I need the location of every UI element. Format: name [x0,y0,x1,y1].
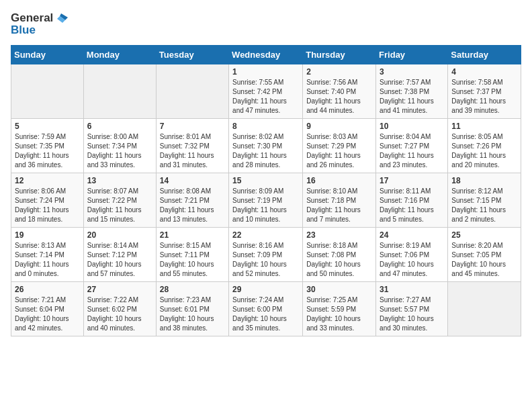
day-info: Sunrise: 7:25 AM Sunset: 5:59 PM Dayligh… [306,295,372,333]
day-info: Sunrise: 8:09 AM Sunset: 7:19 PM Dayligh… [232,187,299,224]
day-info: Sunrise: 8:19 AM Sunset: 7:06 PM Dayligh… [380,241,444,279]
day-info: Sunrise: 8:08 AM Sunset: 7:21 PM Dayligh… [160,187,225,224]
calendar-cell [11,64,84,118]
day-info: Sunrise: 8:13 AM Sunset: 7:14 PM Dayligh… [15,241,80,279]
calendar-cell: 17Sunrise: 8:11 AM Sunset: 7:16 PM Dayli… [376,173,448,227]
day-number: 9 [306,122,372,131]
calendar-cell: 4Sunrise: 7:58 AM Sunset: 7:37 PM Daylig… [448,64,521,118]
weekday-header-thursday: Thursday [303,45,376,64]
calendar-cell: 23Sunrise: 8:18 AM Sunset: 7:08 PM Dayli… [303,227,376,281]
weekday-header-monday: Monday [83,45,156,64]
calendar-cell: 16Sunrise: 8:10 AM Sunset: 7:18 PM Dayli… [303,173,376,227]
day-number: 14 [160,176,225,185]
calendar-cell: 27Sunrise: 7:22 AM Sunset: 6:02 PM Dayli… [83,281,156,336]
calendar-week-row: 12Sunrise: 8:06 AM Sunset: 7:24 PM Dayli… [11,173,521,227]
calendar-cell: 31Sunrise: 7:27 AM Sunset: 5:57 PM Dayli… [376,281,448,336]
weekday-header-friday: Friday [376,45,448,64]
day-number: 3 [380,67,444,77]
day-number: 21 [160,230,225,240]
day-number: 30 [306,285,372,294]
day-info: Sunrise: 8:06 AM Sunset: 7:24 PM Dayligh… [15,187,80,224]
calendar-cell [448,281,521,336]
day-number: 5 [15,122,80,131]
calendar-cell: 25Sunrise: 8:20 AM Sunset: 7:05 PM Dayli… [448,227,521,281]
calendar-cell: 10Sunrise: 8:04 AM Sunset: 7:27 PM Dayli… [376,118,448,173]
day-info: Sunrise: 7:24 AM Sunset: 6:00 PM Dayligh… [232,295,299,333]
calendar-cell: 26Sunrise: 7:21 AM Sunset: 6:04 PM Dayli… [11,281,84,336]
day-info: Sunrise: 8:18 AM Sunset: 7:08 PM Dayligh… [306,241,372,279]
day-number: 16 [306,176,372,185]
calendar-cell: 14Sunrise: 8:08 AM Sunset: 7:21 PM Dayli… [156,173,228,227]
weekday-header-saturday: Saturday [448,45,521,64]
calendar-cell: 18Sunrise: 8:12 AM Sunset: 7:15 PM Dayli… [448,173,521,227]
calendar-cell: 8Sunrise: 8:02 AM Sunset: 7:30 PM Daylig… [229,118,303,173]
calendar-cell: 15Sunrise: 8:09 AM Sunset: 7:19 PM Dayli… [229,173,303,227]
calendar-week-row: 5Sunrise: 7:59 AM Sunset: 7:35 PM Daylig… [11,118,521,173]
day-number: 11 [451,122,517,131]
day-info: Sunrise: 8:11 AM Sunset: 7:16 PM Dayligh… [380,187,444,224]
day-number: 20 [87,230,152,240]
calendar-cell: 22Sunrise: 8:16 AM Sunset: 7:09 PM Dayli… [229,227,303,281]
day-info: Sunrise: 7:59 AM Sunset: 7:35 PM Dayligh… [15,132,80,170]
day-info: Sunrise: 8:01 AM Sunset: 7:32 PM Dayligh… [160,132,225,170]
day-info: Sunrise: 8:02 AM Sunset: 7:30 PM Dayligh… [232,132,299,170]
day-number: 18 [451,176,517,185]
day-info: Sunrise: 8:14 AM Sunset: 7:12 PM Dayligh… [87,241,152,279]
calendar-cell [156,64,228,118]
day-info: Sunrise: 7:22 AM Sunset: 6:02 PM Dayligh… [87,295,152,333]
weekday-header-sunday: Sunday [11,45,84,64]
calendar-cell: 30Sunrise: 7:25 AM Sunset: 5:59 PM Dayli… [303,281,376,336]
day-number: 17 [380,176,444,185]
day-info: Sunrise: 8:10 AM Sunset: 7:18 PM Dayligh… [306,187,372,224]
logo-text-blue: Blue [11,24,36,37]
day-info: Sunrise: 8:05 AM Sunset: 7:26 PM Dayligh… [451,132,517,170]
calendar-week-row: 19Sunrise: 8:13 AM Sunset: 7:14 PM Dayli… [11,227,521,281]
weekday-header-tuesday: Tuesday [156,45,228,64]
calendar-cell: 9Sunrise: 8:03 AM Sunset: 7:29 PM Daylig… [303,118,376,173]
calendar-cell: 20Sunrise: 8:14 AM Sunset: 7:12 PM Dayli… [83,227,156,281]
day-info: Sunrise: 8:04 AM Sunset: 7:27 PM Dayligh… [380,132,444,170]
day-number: 12 [15,176,80,185]
calendar-cell: 6Sunrise: 8:00 AM Sunset: 7:34 PM Daylig… [83,118,156,173]
day-number: 7 [160,122,225,131]
day-info: Sunrise: 8:12 AM Sunset: 7:15 PM Dayligh… [451,187,517,224]
day-number: 31 [380,285,444,294]
calendar-cell: 5Sunrise: 7:59 AM Sunset: 7:35 PM Daylig… [11,118,84,173]
day-number: 22 [232,230,299,240]
calendar-cell: 7Sunrise: 8:01 AM Sunset: 7:32 PM Daylig… [156,118,228,173]
day-number: 6 [87,122,152,131]
calendar-cell: 19Sunrise: 8:13 AM Sunset: 7:14 PM Dayli… [11,227,84,281]
calendar-cell: 24Sunrise: 8:19 AM Sunset: 7:06 PM Dayli… [376,227,448,281]
day-info: Sunrise: 7:55 AM Sunset: 7:42 PM Dayligh… [232,78,299,116]
day-number: 13 [87,176,152,185]
day-info: Sunrise: 8:07 AM Sunset: 7:22 PM Dayligh… [87,187,152,224]
day-info: Sunrise: 7:27 AM Sunset: 5:57 PM Dayligh… [380,295,444,333]
calendar-cell: 11Sunrise: 8:05 AM Sunset: 7:26 PM Dayli… [448,118,521,173]
day-number: 25 [451,230,517,240]
calendar-week-row: 1Sunrise: 7:55 AM Sunset: 7:42 PM Daylig… [11,64,521,118]
day-info: Sunrise: 7:23 AM Sunset: 6:01 PM Dayligh… [160,295,225,333]
calendar-week-row: 26Sunrise: 7:21 AM Sunset: 6:04 PM Dayli… [11,281,521,336]
logo-container: General Blue [11,11,69,37]
logo-bird-icon [54,11,69,26]
day-number: 10 [380,122,444,131]
day-number: 27 [87,285,152,294]
day-number: 15 [232,176,299,185]
page-header: General Blue [11,11,521,37]
calendar-cell: 28Sunrise: 7:23 AM Sunset: 6:01 PM Dayli… [156,281,228,336]
day-number: 4 [451,67,517,77]
day-info: Sunrise: 8:00 AM Sunset: 7:34 PM Dayligh… [87,132,152,170]
calendar-cell: 29Sunrise: 7:24 AM Sunset: 6:00 PM Dayli… [229,281,303,336]
day-number: 26 [15,285,80,294]
calendar-cell: 13Sunrise: 8:07 AM Sunset: 7:22 PM Dayli… [83,173,156,227]
calendar-cell: 1Sunrise: 7:55 AM Sunset: 7:42 PM Daylig… [229,64,303,118]
calendar-cell: 21Sunrise: 8:15 AM Sunset: 7:11 PM Dayli… [156,227,228,281]
day-number: 23 [306,230,372,240]
calendar-cell: 2Sunrise: 7:56 AM Sunset: 7:40 PM Daylig… [303,64,376,118]
day-info: Sunrise: 8:15 AM Sunset: 7:11 PM Dayligh… [160,241,225,279]
logo-text-general: General [11,12,53,25]
calendar-cell [83,64,156,118]
calendar-cell: 12Sunrise: 8:06 AM Sunset: 7:24 PM Dayli… [11,173,84,227]
logo: General Blue [11,11,69,37]
day-number: 28 [160,285,225,294]
